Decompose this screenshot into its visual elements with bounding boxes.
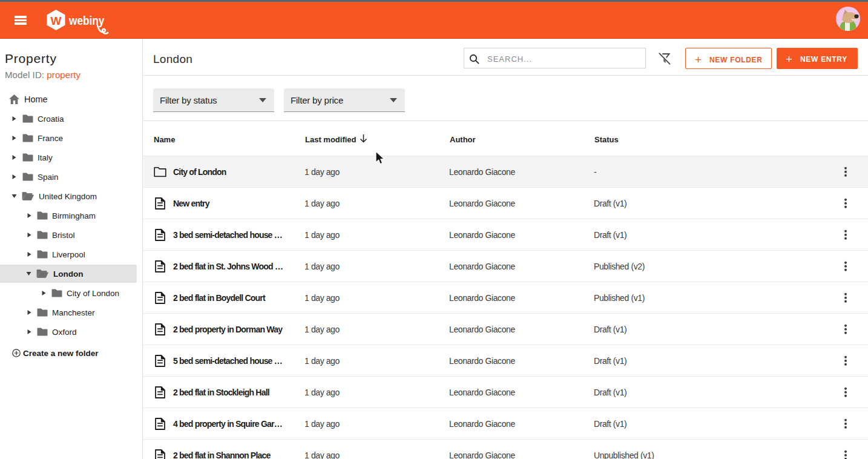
svg-text:W: W	[51, 15, 62, 27]
